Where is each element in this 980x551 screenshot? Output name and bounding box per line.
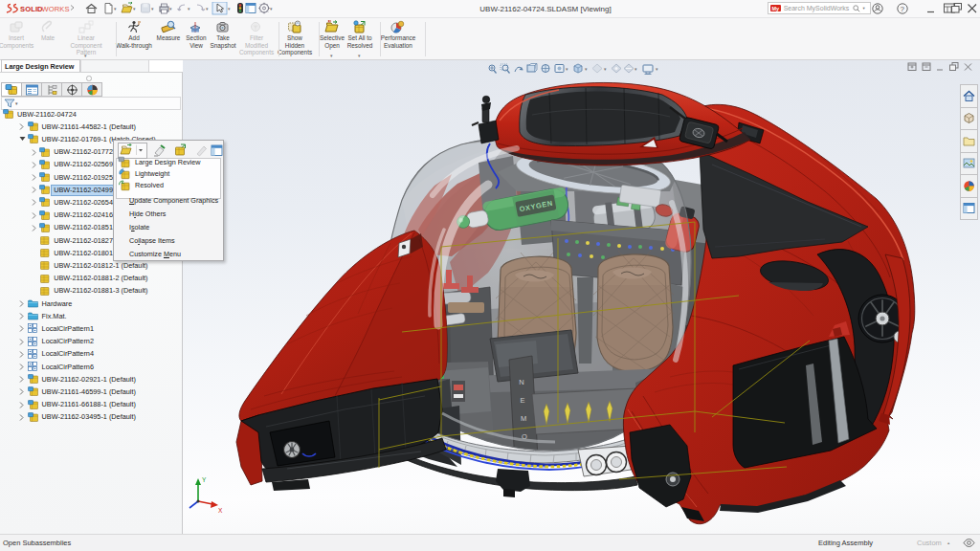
svg-text:▾: ▾ (604, 66, 607, 72)
svg-text:▾: ▾ (151, 6, 154, 11)
svg-text:▾: ▾ (585, 66, 588, 72)
svg-text:▾: ▾ (228, 6, 231, 11)
svg-text:Y: Y (202, 476, 207, 483)
svg-text:▾: ▾ (133, 6, 136, 11)
svg-text:▾: ▾ (566, 66, 568, 72)
svg-text:▾: ▾ (15, 100, 18, 106)
svg-text:?: ? (901, 5, 905, 13)
svg-text:WORKS: WORKS (42, 5, 70, 13)
svg-text:▾: ▾ (270, 6, 273, 11)
svg-text:▾: ▾ (656, 66, 658, 72)
svg-text:▾: ▾ (206, 6, 209, 11)
svg-text:SOLID: SOLID (20, 5, 43, 13)
svg-text:▾: ▾ (114, 6, 117, 11)
svg-text:▾: ▾ (635, 66, 637, 72)
svg-text:X: X (218, 507, 223, 514)
svg-text:▾: ▾ (188, 6, 190, 11)
svg-text:▾: ▾ (169, 6, 172, 11)
